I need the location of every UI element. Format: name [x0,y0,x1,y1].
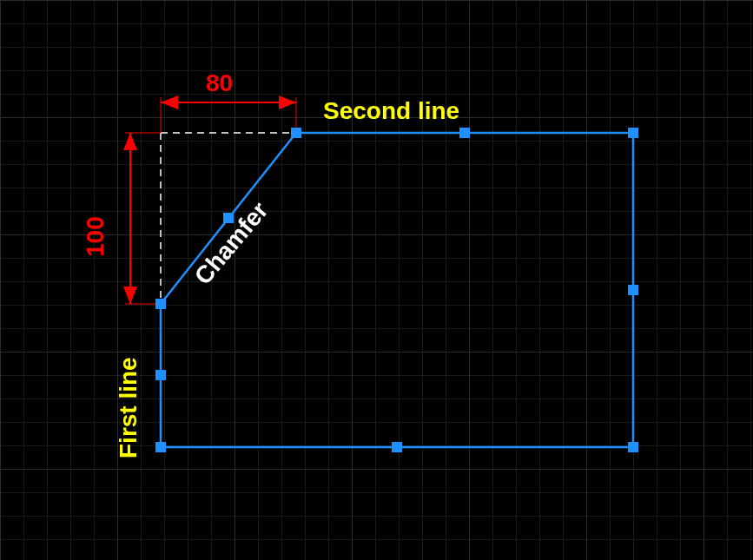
polyline-shape[interactable] [161,133,633,447]
label-second-line: Second line [323,97,459,125]
svg-marker-6 [123,133,137,150]
grip-endpoint[interactable] [155,442,166,452]
dimension-value-vertical: 100 [82,216,109,257]
grip-midpoint[interactable] [392,442,402,452]
grip-midpoint[interactable] [459,128,470,138]
dimension-horizontal [161,96,296,133]
grip-midpoint[interactable] [628,285,638,295]
grip-endpoint[interactable] [628,128,638,138]
label-first-line: First line [115,357,142,458]
svg-marker-1 [161,96,178,109]
dimension-vertical [123,133,161,304]
grip-endpoint[interactable] [155,299,166,309]
grip-endpoint[interactable] [291,128,301,138]
svg-marker-2 [279,96,296,109]
svg-marker-7 [123,287,137,304]
grip-midpoint[interactable] [155,370,166,380]
drawing-canvas [0,0,753,560]
dimension-value-horizontal: 80 [206,69,233,97]
grip-endpoint[interactable] [628,442,638,452]
